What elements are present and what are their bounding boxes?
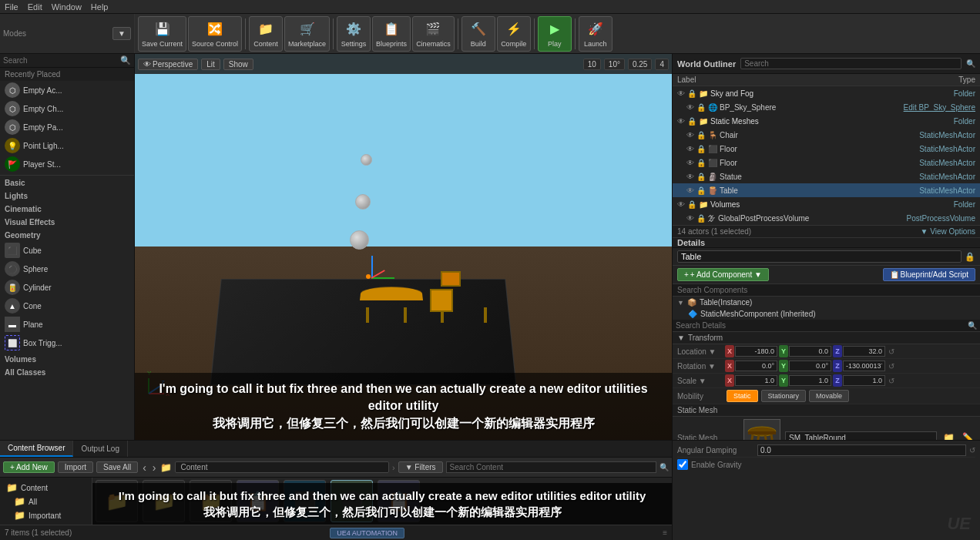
list-item[interactable]: 💡 Point Ligh... (0, 136, 134, 155)
search-components-input[interactable] (673, 284, 980, 297)
list-item[interactable]: ⬜ Box Trigg... (0, 334, 134, 352)
menu-help[interactable]: Help (91, 2, 109, 12)
menu-edit[interactable]: Edit (28, 2, 42, 12)
details-name-field[interactable] (677, 250, 962, 263)
cat-visual-effects[interactable]: Visual Effects (0, 215, 134, 228)
mesh-name-input[interactable] (785, 431, 937, 441)
play-button[interactable]: ▶ Play (538, 16, 572, 52)
list-item[interactable]: ⬡ Empty Ch... (0, 99, 134, 118)
build-button[interactable]: 🔨 Build (461, 16, 495, 52)
source-control-button[interactable]: 🔀 Source Control (188, 16, 242, 52)
blueprint-add-script-button[interactable]: 📋 Blueprint/Add Script (883, 268, 975, 281)
nav-back-btn[interactable]: ‹ (141, 461, 148, 474)
outliner-row[interactable]: 👁 🔒 🌐 BP_Sky_Sphere Edit BP_Sky_Sphere (673, 100, 980, 114)
enable-gravity-checkbox[interactable] (677, 459, 688, 470)
marketplace-button[interactable]: 🛒 Marketplace (284, 16, 330, 52)
tab-content-browser[interactable]: Content Browser (0, 441, 73, 457)
mobility-movable-btn[interactable]: Movable (809, 390, 849, 402)
outliner-row[interactable]: 👁 🔒 📁 Static Meshes Folder (673, 114, 980, 128)
mesh-browse-btn[interactable]: 📁 (941, 431, 956, 440)
cinematics-button[interactable]: 🎬 Cinematics (412, 16, 455, 52)
show-btn[interactable]: Show (223, 59, 253, 70)
angular-damping-input[interactable] (757, 444, 966, 456)
outliner-row[interactable]: 👁 🔒 📁 Sky and Fog Folder (673, 86, 980, 100)
outliner-row[interactable]: 👁 🔒 🪑 Chair StaticMeshActor (673, 128, 980, 142)
nav-forward-btn[interactable]: › (151, 461, 158, 474)
cat-geometry[interactable]: Geometry (0, 228, 134, 241)
cat-volumes[interactable]: Volumes (0, 352, 134, 365)
point-light-icon: 💡 (5, 138, 20, 153)
scale-x-input[interactable] (735, 375, 777, 386)
settings-button[interactable]: ⚙️ Settings (337, 16, 371, 52)
menu-window[interactable]: Window (52, 2, 82, 12)
rotation-z-input[interactable] (843, 361, 885, 371)
location-x-field: X (725, 345, 777, 357)
place-search-input[interactable] (3, 56, 120, 65)
launch-button[interactable]: 🚀 Launch (579, 16, 612, 52)
rotation-reset-btn[interactable]: ↺ (888, 362, 894, 371)
list-item[interactable]: ⬡ Empty Ac... (0, 81, 134, 99)
coord4-btn[interactable]: 4 (655, 59, 669, 70)
component-root-row[interactable]: ▼ 📦 Table(Instance) (673, 297, 980, 308)
list-item[interactable]: ▬ Plane (0, 315, 134, 334)
content-button[interactable]: 📁 Content (249, 16, 283, 52)
scale-reset-btn[interactable]: ↺ (888, 377, 894, 385)
save-current-button[interactable]: 💾 Save Current (138, 16, 186, 52)
content-search-input[interactable] (446, 461, 656, 473)
cat-lights[interactable]: Lights (0, 189, 134, 202)
cat-all-classes[interactable]: All Classes (0, 365, 134, 378)
outliner-row[interactable]: 👁 🔒 🗿 Statue StaticMeshActor (673, 169, 980, 183)
scale-y-input[interactable] (789, 375, 831, 386)
location-reset-btn[interactable]: ↺ (888, 347, 894, 356)
sidebar-item-content[interactable]: 📁 Content (3, 481, 89, 495)
location-z-input[interactable] (843, 346, 885, 357)
blueprints-button[interactable]: 📋 Blueprints (372, 16, 411, 52)
list-item[interactable]: ⚫ Sphere (0, 260, 134, 278)
outliner-row[interactable]: 👁 🔒 🌫 GlobalPostProcessVolume PostProces… (673, 211, 980, 225)
perspective-btn[interactable]: 👁 Perspective (138, 59, 198, 70)
save-all-button[interactable]: Save All (96, 461, 138, 473)
add-new-button[interactable]: + Add New (3, 461, 55, 473)
y-axis-label: Y (779, 345, 788, 357)
filters-button[interactable]: ▼ Filters (398, 461, 443, 473)
coord3-btn[interactable]: 0.25 (628, 59, 652, 70)
outliner-row[interactable]: 👁 🔒 ⬛ Floor StaticMeshActor (673, 156, 980, 169)
mobility-stationary-btn[interactable]: Stationary (761, 390, 807, 402)
outliner-row[interactable]: 👁 🔒 ⬛ Floor StaticMeshActor (673, 142, 980, 156)
list-item[interactable]: ▲ Cone (0, 297, 134, 315)
mode-select-btn[interactable]: ▼ (112, 27, 131, 40)
rotation-x-input[interactable] (735, 361, 777, 371)
component-child-row[interactable]: 🔷 StaticMeshComponent (Inherited) (673, 308, 980, 320)
coord1-btn[interactable]: 10 (583, 59, 601, 70)
add-component-button[interactable]: + + Add Component ▼ (677, 268, 769, 281)
mobility-static-btn[interactable]: Static (727, 390, 758, 402)
location-y-input[interactable] (789, 346, 831, 357)
list-item[interactable]: 🚩 Player St... (0, 155, 134, 173)
coord2-btn[interactable]: 10° (604, 59, 625, 70)
import-button[interactable]: Import (58, 461, 93, 473)
compile-button[interactable]: ⚡ Compile (497, 16, 531, 52)
outliner-row[interactable]: 👁 🔒 📁 Volumes Folder (673, 197, 980, 211)
outliner-row-selected[interactable]: 👁 🔒 🪵 Table StaticMeshActor (673, 183, 980, 197)
scale-z-input[interactable] (843, 375, 885, 386)
marketplace-icon: 🛒 (298, 20, 317, 39)
cat-cinematic[interactable]: Cinematic (0, 202, 134, 215)
outliner-search-input[interactable] (740, 58, 962, 69)
sidebar-item-important[interactable]: 📁 Important (3, 508, 89, 522)
view-options-button[interactable]: ▼ View Options (921, 227, 975, 236)
rotation-y-input[interactable] (789, 361, 831, 371)
location-x-input[interactable] (735, 346, 777, 357)
tab-output-log[interactable]: Output Log (73, 441, 127, 457)
transform-section-header[interactable]: ▼ Transform (673, 332, 980, 344)
ue4-automation-button[interactable]: UE4 AUTOMATION (330, 528, 404, 538)
mesh-edit-btn[interactable]: ✏️ (961, 431, 975, 440)
list-item[interactable]: ⬛ Cube (0, 241, 134, 260)
sidebar-item-all[interactable]: 📁 All (3, 495, 89, 508)
list-item[interactable]: 🥫 Cylinder (0, 278, 134, 297)
menu-file[interactable]: File (5, 2, 18, 12)
search-details-input[interactable] (676, 321, 968, 330)
list-item[interactable]: ⬡ Empty Pa... (0, 118, 134, 136)
lit-btn[interactable]: Lit (201, 59, 220, 70)
outliner-col-type: Type (875, 75, 975, 84)
cat-basic[interactable]: Basic (0, 176, 134, 189)
